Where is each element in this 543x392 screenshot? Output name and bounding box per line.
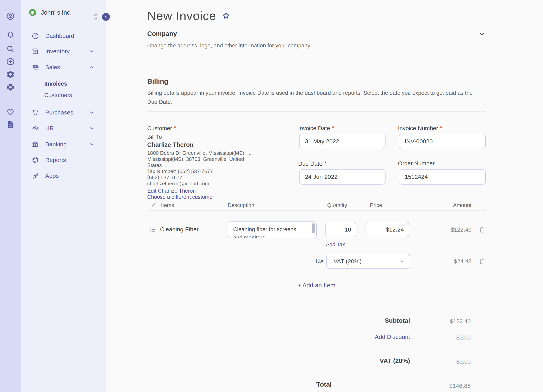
sidebar-item-sales[interactable]: Sales [21,61,106,73]
sidebar: John' s Inc. Dashboard Inventory Sales [21,0,106,392]
sidebar-collapse-button[interactable] [101,12,110,21]
description-column-header: Description [228,202,254,208]
favorite-star-icon[interactable] [222,11,230,20]
customer-address-line1: 1800 Debra Dr Greenville, Mississippi(MS… [147,150,251,156]
item-price-input[interactable]: $12.24 [366,222,409,237]
edit-customer-link[interactable]: Edit Charlize Theron [147,188,196,194]
app-logo-icon [28,8,37,17]
inventory-icon [31,47,39,55]
cart-icon [31,109,39,116]
subtotal-value: $122.40 [425,318,471,325]
sidebar-item-inventory[interactable]: Inventory [21,46,106,57]
chevron-down-icon [89,48,95,54]
sidebar-item-dashboard[interactable]: Dashboard [21,30,106,42]
sidebar-item-label: Purchases [45,109,73,116]
add-tax-link[interactable]: Add Tax [326,242,345,248]
chevron-down-icon [89,125,95,131]
price-column-header: Price [370,202,382,208]
item-name[interactable]: Cleaning Fiber [160,226,198,233]
customer-label: Customer [147,125,172,132]
add-icon[interactable] [6,57,15,66]
item-amount: $122.40 [425,226,471,233]
chevron-down-icon [400,259,404,263]
invoice-date-input[interactable]: 31 May 2022 [299,134,385,149]
bank-icon [31,140,39,148]
item-drag-list-icon[interactable] [150,226,156,233]
order-number-label: Order Number [398,160,435,167]
company-section-chevron-icon[interactable] [479,31,485,38]
sidebar-subitem-label: Customers [44,92,72,99]
sidebar-item-purchases[interactable]: Purchases [21,107,106,118]
sidebar-item-label: Inventory [45,48,70,55]
sales-icon [31,63,39,71]
sidebar-subitem-label: Invoices [44,81,67,87]
due-date-input[interactable]: 24 Jun 2022 [299,169,385,185]
tax-label: Tax [296,258,323,264]
people-icon [31,124,39,132]
divider [147,277,486,277]
discount-value: $0.00 [425,334,471,341]
item-quantity-input[interactable]: 10 [325,222,356,237]
edit-items-pencil-icon[interactable] [151,202,157,208]
sidebar-item-label: Apps [45,172,59,179]
required-asterisk: * [440,125,442,131]
subtotal-label: Subtotal [336,317,410,324]
sidebar-item-label: Banking [45,141,67,148]
vat-label: VAT (20%) [336,357,410,364]
rocket-icon [31,172,39,180]
divider [147,54,486,54]
tax-select-value: VAT (20%) [334,258,362,265]
sidebar-item-customers[interactable]: Customers [21,90,106,100]
customer-phone: (662) 537-7677 - [147,175,188,181]
user-icon[interactable] [6,12,15,21]
tax-amount: $24.48 [425,258,471,265]
sidebar-item-invoices[interactable]: Invoices [21,79,106,89]
sidebar-item-label: Dashboard [45,33,74,39]
add-discount-link[interactable]: Add Discount [336,334,410,340]
customer-address-line2: Mississippi(MS), 38703, Greenville, Unit… [147,156,244,162]
invoice-date-label: Invoice Date [298,125,330,132]
item-description-textarea[interactable]: Cleaning fiber for screens and monitors [228,221,317,238]
sidebar-item-banking[interactable]: Banking [21,138,106,150]
sidebar-item-hr[interactable]: HR [21,122,106,134]
customer-name: Charlize Theron [147,141,193,149]
chevron-up-icon [89,64,95,70]
divider [147,295,486,295]
total-value: $146.88 [425,382,471,389]
add-item-button[interactable]: + Add an Item [147,282,486,289]
invoice-number-label: Invoice Number [398,125,438,132]
items-column-header: Items [161,202,174,208]
main-content: New Invoice Company Change the address, … [106,0,543,392]
quantity-column-header: Quantity [327,202,347,208]
total-label: Total [296,381,332,388]
help-icon[interactable] [6,83,15,92]
company-section-description: Change the address, logo, and other info… [147,41,311,50]
favorites-icon[interactable] [6,107,15,116]
company-selector-label[interactable]: John' s Inc. [41,9,72,16]
delete-tax-trash-icon[interactable] [478,258,485,265]
item-description-text: Cleaning fiber for screens and monitors [228,222,316,238]
divider [147,111,486,112]
settings-icon[interactable] [6,70,15,79]
choose-customer-link[interactable]: Choose a different customer [147,194,214,200]
tax-select[interactable]: VAT (20%) [326,254,410,269]
order-number-input[interactable]: 1512424 [399,169,486,185]
divider [147,210,486,211]
textarea-scrollbar[interactable] [312,223,315,233]
dashboard-icon [31,32,39,40]
invoice-number-input[interactable]: INV-00020 [399,134,486,149]
page-title: New Invoice [147,9,216,23]
notifications-icon[interactable] [6,31,15,40]
delete-item-trash-icon[interactable] [478,226,485,233]
sidebar-item-label: Reports [45,157,66,163]
billing-section-description: Billing details appear in your invoice. … [147,88,481,107]
due-date-label: Due Date [298,161,322,167]
documents-icon[interactable] [6,120,15,129]
company-switch-icon[interactable] [93,12,99,21]
chevron-down-icon [89,141,95,147]
icon-rail [0,0,21,392]
chevron-down-icon [89,110,95,116]
sidebar-item-apps[interactable]: Apps [21,170,106,182]
sidebar-item-reports[interactable]: Reports [21,154,106,166]
search-icon[interactable] [6,44,15,54]
